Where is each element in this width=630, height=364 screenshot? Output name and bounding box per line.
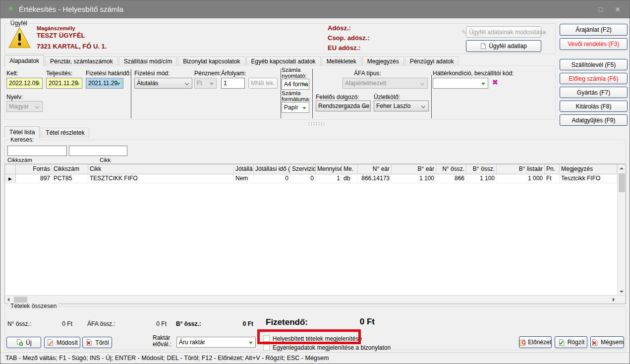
- main-tab-bar: AlapadatokPénztár, számlaszámokSzállítás…: [4, 55, 459, 66]
- afa-total-value: 0 Ft: [124, 320, 167, 327]
- cell-cikk[interactable]: TESZTCIKK FIFO: [88, 174, 234, 183]
- cell-jotalla[interactable]: Nem: [234, 174, 254, 183]
- fizetesi-mod-combo[interactable]: Átutalás: [134, 78, 192, 89]
- cell-pn[interactable]: Ft: [545, 174, 560, 183]
- cell-mennyiseg[interactable]: 1: [316, 174, 342, 183]
- modify-item-button[interactable]: Módosít: [44, 337, 80, 348]
- horizontal-scrollbar[interactable]: [5, 295, 626, 304]
- scroll-right-icon[interactable]: [613, 298, 615, 302]
- tab-mellekletek[interactable]: Mellékletek: [322, 56, 361, 66]
- cell-b-ossz[interactable]: 1 100: [466, 174, 497, 183]
- tab-penztar-szamlaszamok[interactable]: Pénztár, számlaszámok: [45, 56, 118, 66]
- col-jotallasi-ido[interactable]: Jótállási idő (: [254, 164, 290, 174]
- cikkszam-search-input[interactable]: [7, 146, 67, 156]
- col-b-ear[interactable]: B° eár: [392, 164, 436, 174]
- col-mennyiseg[interactable]: Mennyiség: [316, 164, 342, 174]
- cell-b-ear[interactable]: 1 100: [392, 174, 436, 183]
- szamla-formatuma-combo[interactable]: Papír: [282, 102, 309, 113]
- window-title: Értékesítés - Helyesbítő számla: [19, 5, 123, 13]
- tab-penzugyi-adatok[interactable]: Pénzügyi adatok: [405, 56, 459, 66]
- maximize-button[interactable]: □: [595, 4, 607, 14]
- scroll-left-icon[interactable]: [7, 298, 9, 302]
- col-pn[interactable]: Pn.: [545, 164, 560, 174]
- col-b-ossz[interactable]: B° össz.: [466, 164, 497, 174]
- divider: [312, 69, 313, 118]
- gyartas-f7-button[interactable]: Gyártás (F7): [560, 87, 628, 98]
- eloleg-szamla-f6-button[interactable]: Előleg számla (F6): [560, 73, 628, 84]
- save-button[interactable]: Rögzít: [555, 336, 587, 348]
- table-row[interactable]: ▶897PCT85TESZTCIKK FIFONem001db866,14173…: [5, 174, 626, 183]
- col-cikk[interactable]: Cikk: [88, 164, 234, 174]
- tab-tetel-reszletek[interactable]: Tétel részletek: [41, 128, 89, 138]
- client-modify-button: ✎ Ügyfél adatainak módosítása: [466, 26, 541, 38]
- col-me[interactable]: Me.: [342, 164, 358, 174]
- items-grid: ForrásCikkszámCikkJótálláJótállási idő (…: [4, 164, 626, 304]
- client-address: 7321 KARTAL, FŐ U. 1.: [37, 43, 107, 50]
- teljesites-combo[interactable]: 2021.11.29.: [46, 78, 82, 89]
- nyelv-combo: Magyar: [6, 101, 43, 112]
- scroll-down-icon[interactable]: [620, 291, 624, 293]
- col-szervizido-h[interactable]: Szervizidő (h: [290, 164, 316, 174]
- hatterkondicio-combo[interactable]: [433, 78, 488, 89]
- arajanlat-f2-button[interactable]: Árajánlat (F2): [560, 24, 628, 36]
- splitter-handle[interactable]: [308, 122, 325, 126]
- close-button[interactable]: ✕: [612, 4, 624, 14]
- felelos-dolgozo-combo[interactable]: Rendszergazda Ge: [316, 101, 371, 111]
- fizetesi-hatarido-combo[interactable]: 2021.11.29.: [86, 78, 123, 89]
- tab-megjegyzes[interactable]: Megjegyzés: [362, 56, 404, 66]
- corrected-items-checkbox-label[interactable]: Helyesbített tételek megjelenítése: [273, 335, 362, 342]
- client-datasheet-button[interactable]: Ügyfél adatlap: [466, 40, 541, 52]
- balance-data-checkbox[interactable]: [263, 344, 270, 351]
- adatgyujtes-f9-button[interactable]: Adatgyűjtés (F9): [560, 114, 628, 126]
- vertical-scrollbar[interactable]: [617, 164, 626, 296]
- statusbar: TAB - Mező váltás; F1 - Súgó; INS - Új; …: [0, 352, 630, 364]
- balance-data-checkbox-label[interactable]: Egyenlegadatok megjelenítése a bizonylat…: [273, 344, 391, 351]
- tab-alapadatok[interactable]: Alapadatok: [4, 55, 44, 66]
- kelt-combo[interactable]: 2022.12.09.: [6, 78, 43, 89]
- cell-me[interactable]: db: [342, 174, 358, 183]
- new-item-button[interactable]: Új: [6, 337, 41, 348]
- uzletkoto-combo[interactable]: Feher Laszlo: [374, 101, 429, 111]
- payable-value: 0 Ft: [318, 317, 375, 327]
- row-selector-icon[interactable]: ▶: [5, 174, 16, 183]
- col-jotalla[interactable]: Jótállá: [234, 164, 254, 174]
- scroll-up-icon[interactable]: [620, 167, 624, 169]
- col-forras[interactable]: Forrás: [16, 164, 52, 174]
- delete-item-button[interactable]: Töröl: [82, 337, 112, 348]
- cell-n-ossz[interactable]: 866: [436, 174, 466, 183]
- col-n-ear[interactable]: N° eár: [358, 164, 392, 174]
- doc-pencil-icon: [47, 339, 54, 346]
- cancel-button[interactable]: Mégsem: [590, 336, 624, 348]
- col-b-listaar[interactable]: B° listaár: [497, 164, 545, 174]
- cell-jotallasi-ido[interactable]: 0: [254, 174, 290, 183]
- corrected-items-checkbox[interactable]: [263, 335, 270, 342]
- cell-szervizido-h[interactable]: 0: [290, 174, 316, 183]
- titlebar[interactable]: ✳ Értékesítés - Helyesbítő számla □ ✕: [0, 0, 630, 18]
- clear-x-icon[interactable]: ✖: [492, 78, 498, 86]
- col-megjegyzes[interactable]: Megjegyzés: [560, 164, 617, 174]
- warehouse-combo[interactable]: Áru raktár: [176, 337, 256, 348]
- col-n-ossz[interactable]: N° össz.: [436, 164, 466, 174]
- szamla-nyomtato-combo[interactable]: A4 forma: [282, 79, 309, 90]
- tab-tetel-lista[interactable]: Tétel lista: [4, 126, 40, 138]
- cikk-search-input[interactable]: [69, 146, 127, 156]
- tab-szallitasi-mod-cim[interactable]: Szállítási mód/cím: [119, 56, 177, 66]
- col-cikkszam[interactable]: Cikkszám: [52, 164, 88, 174]
- vertical-scroll-thumb[interactable]: [619, 173, 625, 192]
- cell-b-listaar[interactable]: 1 000: [497, 174, 545, 183]
- cell-megjegyzes[interactable]: Tesztcikk FIFO: [560, 174, 617, 183]
- cell-cikkszam[interactable]: PCT85: [52, 174, 88, 183]
- table-header-selector[interactable]: [5, 164, 16, 174]
- preview-button[interactable]: Előnézet: [519, 336, 552, 348]
- tab-bizonylat-kapcsolatok[interactable]: Bizonylat kapcsolatok: [178, 56, 245, 66]
- cell-n-ear[interactable]: 866,14173: [358, 174, 392, 183]
- kitarolas-f8-button[interactable]: Kitárolás (F8): [560, 101, 628, 112]
- netto-total-label: N° össz.:: [7, 320, 31, 327]
- arfolyam-input[interactable]: [221, 78, 245, 89]
- vevoi-rendeles-f3-button[interactable]: Vevői rendelés (F3): [560, 38, 628, 50]
- szallitolevel-f5-button[interactable]: Szállítólevél (F5): [560, 59, 628, 70]
- tab-egyeb-kapcsolati-adatok[interactable]: Egyéb kapcsolati adatok: [246, 56, 321, 66]
- cell-forras[interactable]: 897: [16, 174, 52, 183]
- dropdown-arrow-icon: [249, 342, 253, 344]
- szamla-formatuma-label: Számla: [282, 90, 300, 96]
